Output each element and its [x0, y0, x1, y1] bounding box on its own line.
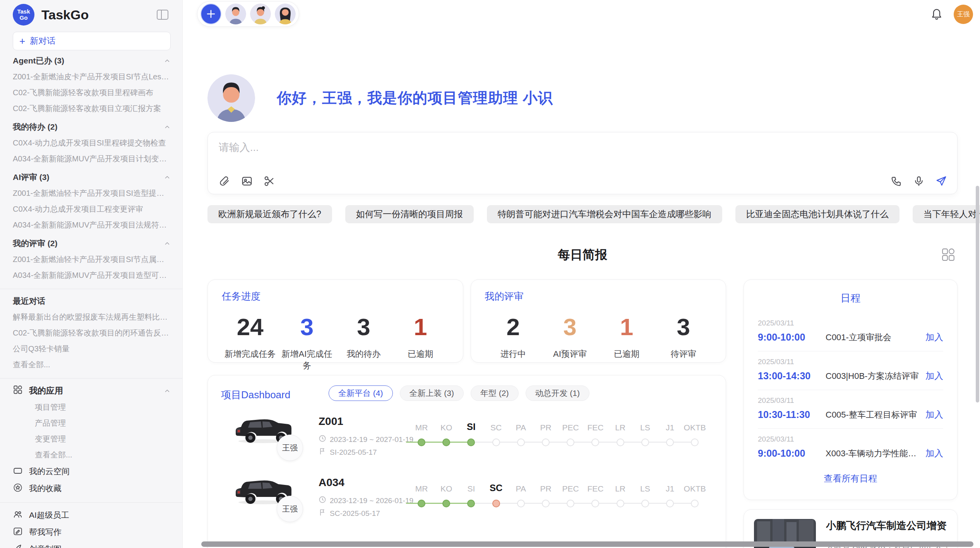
suggestion-chip[interactable]: 特朗普可能对进口汽车增税会对中国车企造成哪些影响 [487, 205, 722, 223]
add-contact-button[interactable] [200, 3, 221, 24]
schedule-title: 日程 [758, 291, 943, 305]
sidebar-item-cloud-space[interactable]: 我的云空间 [13, 463, 171, 480]
milestone-label: MR [409, 484, 434, 493]
join-meeting-link[interactable]: 加入 [925, 331, 943, 343]
phone-icon[interactable] [891, 175, 902, 187]
milestone-dot [666, 438, 674, 446]
sidebar-item[interactable]: C0X4-动力总成开发项目SI里程碑提交物检查 [13, 135, 171, 151]
stat-value: 1 [392, 314, 449, 340]
microphone-icon[interactable] [913, 175, 925, 187]
divider [0, 502, 182, 503]
horizontal-scrollbar[interactable] [201, 541, 973, 547]
user-avatar[interactable]: 王强 [954, 5, 973, 24]
recent-chat-item[interactable]: C02-飞腾新能源轻客改款项目的闭环通告反馈情况 [13, 325, 171, 341]
suggestion-chip[interactable]: 如何写一份清晰的项目周报 [345, 205, 474, 223]
project-code[interactable]: A034 [319, 476, 344, 489]
view-all-chats-link[interactable]: 查看全部... [13, 357, 171, 373]
sidebar-section-header[interactable]: 我的待办 (2) [13, 119, 171, 135]
milestone-label: PA [508, 484, 534, 493]
briefing-title: 每日简报 [207, 246, 958, 263]
layout-grid-icon[interactable] [941, 248, 955, 263]
notification-bell-icon[interactable] [930, 7, 943, 21]
divider [0, 378, 182, 378]
view-all-schedule-link[interactable]: 查看所有日程 [758, 473, 943, 485]
project-dashboard-card: 项目Dashboard 全新平台 (4)全新上装 (3)年型 (2)动总开发 (… [207, 375, 726, 548]
sidebar-item-write[interactable]: 帮我写作 [13, 524, 171, 541]
send-icon[interactable] [935, 175, 947, 187]
stat-value: 24 [222, 314, 279, 340]
sidebar-item-my-apps[interactable]: 我的应用 [13, 382, 171, 399]
dashboard-tab[interactable]: 全新上装 (3) [400, 385, 464, 401]
sidebar-item[interactable]: Z001-全新燃油皮卡产品开发项目SI节点Lesson Learn报告 [13, 69, 171, 85]
app-shortcut-item[interactable]: 变更管理 [13, 431, 171, 447]
sidebar-item[interactable]: Z001-全新燃油轻卡产品开发项目SI节点属性5D文件评审 [13, 252, 171, 267]
sidebar-item[interactable]: A034-全新新能源MUV产品开发项目计划变更表编写 [13, 151, 171, 167]
schedule-card: 日程 2025/03/119:00-10:00C001-立项审批会加入2025/… [744, 279, 958, 500]
recent-chat-item[interactable]: 解释最新出台的欧盟报废车法规再生塑料比例被调至15%... [13, 309, 171, 325]
milestone-label: KO [433, 423, 459, 432]
recent-chat-item[interactable]: 公司Q3轻卡销量 [13, 341, 171, 357]
stat-value: 1 [598, 314, 655, 340]
dashboard-tab[interactable]: 动总开发 (1) [526, 385, 590, 401]
sidebar-item-favorites[interactable]: 我的收藏 [13, 480, 171, 497]
milestone-label: PEC [558, 423, 583, 432]
sidebar-item[interactable]: C02-飞腾新能源轻客改款项目立项汇报方案 [13, 101, 171, 116]
stat-item: 3我的待办 [335, 314, 392, 372]
milestone-label: KO [433, 484, 459, 493]
suggestion-chip[interactable]: 当下年轻人对汽车外观有怎样的喜好趋势 [913, 205, 980, 223]
new-chat-button[interactable]: + 新对话 [13, 32, 171, 50]
suggestion-chip[interactable]: 欧洲新规最近颁布了什么? [207, 205, 332, 223]
sidebar-item[interactable]: C02-飞腾新能源轻客改款项目里程碑画布 [13, 85, 171, 101]
sidebar-section-header[interactable]: 我的评审 (2) [13, 235, 171, 252]
join-meeting-link[interactable]: 加入 [925, 409, 943, 421]
project-flag-milestone: SI-2025-05-17 [319, 447, 377, 457]
divider [0, 289, 182, 289]
greeting-text: 你好，王强，我是你的项目管理助理 小识 [277, 88, 553, 108]
input-actions [219, 175, 947, 187]
avatar[interactable] [250, 3, 271, 24]
schedule-entry: 2025/03/119:00-10:00X003-车辆动力学性能验...加入 [758, 429, 943, 467]
stat-label: 新增AI完成任务 [279, 348, 336, 372]
schedule-date: 2025/03/11 [758, 319, 943, 327]
milestone-label: MR [409, 423, 434, 432]
sidebar-collapse-icon[interactable] [157, 10, 168, 21]
sidebar-item-ai-staff[interactable]: AI超级员工 [13, 507, 171, 524]
sidebar-item[interactable]: A034-全新新能源MUV产品开发项目造型可行性评审 [13, 267, 171, 283]
suggestion-chip[interactable]: 比亚迪全固态电池计划具体说了什么 [735, 205, 899, 223]
ai-tools-list: AI超级员工帮我写作创意制图 [13, 507, 171, 548]
project-owner-badge: 王强 [277, 496, 303, 522]
stat-item: 3新增AI完成任务 [279, 314, 336, 372]
chat-input[interactable] [219, 142, 947, 154]
vertical-scrollbar[interactable] [976, 186, 979, 402]
app-shortcut-item[interactable]: 查看全部... [13, 447, 171, 463]
dashboard-tab[interactable]: 年型 (2) [471, 385, 519, 401]
dashboard-tab[interactable]: 全新平台 (4) [329, 385, 393, 401]
sidebar: Task Go TaskGo + 新对话 Agent已办 (3)Z001-全新燃… [0, 0, 183, 548]
join-meeting-link[interactable]: 加入 [925, 447, 943, 459]
image-icon[interactable] [241, 175, 253, 187]
milestone-dot [492, 500, 500, 507]
logo-text-top: Task [17, 9, 30, 15]
scissors-icon[interactable] [264, 175, 275, 187]
app-shortcut-item[interactable]: 项目管理 [13, 399, 171, 415]
project-date-range: 2023-12-19 ~ 2027-01-19 [319, 435, 413, 444]
draw-icon [13, 543, 23, 548]
avatar[interactable] [275, 3, 296, 24]
stat-value: 3 [541, 314, 598, 340]
join-meeting-link[interactable]: 加入 [925, 370, 943, 382]
avatar[interactable] [225, 3, 246, 24]
sidebar-item[interactable]: C0X4-动力总成开发项目工程变更评审 [13, 201, 171, 217]
milestone-label: SC [483, 483, 509, 493]
sidebar-item[interactable]: Z001-全新燃油轻卡产品开发项目SI造型提交物评审 [13, 185, 171, 201]
sidebar-section-header[interactable]: Agent已办 (3) [13, 53, 171, 69]
sidebar-item[interactable]: A034-全新新能源MUV产品开发项目法规符合性评审 [13, 217, 171, 233]
cloud-space-icon [13, 466, 23, 478]
sidebar-section-header[interactable]: AI评审 (3) [13, 169, 171, 185]
project-code[interactable]: Z001 [319, 415, 343, 428]
app-shortcut-item[interactable]: 产品管理 [13, 415, 171, 431]
attachment-icon[interactable] [219, 175, 230, 187]
dashboard-title: 项目Dashboard [221, 388, 290, 402]
sidebar-item-draw[interactable]: 创意制图 [13, 541, 171, 548]
milestone-dot [567, 438, 574, 446]
stat-item: 2进行中 [485, 314, 542, 360]
